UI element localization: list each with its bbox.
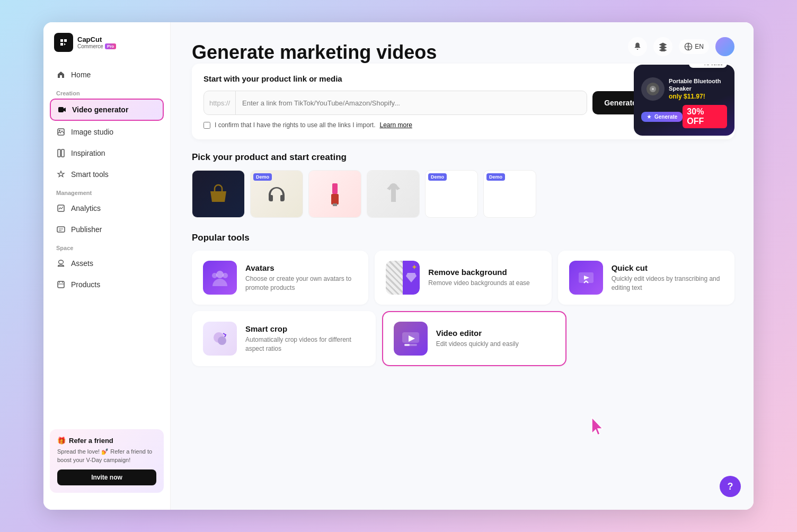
tools-grid: Avatars Choose or create your own avatar… xyxy=(192,251,734,366)
referral-card: 🎁 Refer a friend Spread the love! 💅 Refe… xyxy=(50,429,164,493)
tool-name-quick-cut: Quick cut xyxy=(612,263,723,272)
sidebar-item-assets[interactable]: Assets xyxy=(50,253,164,273)
rights-text: I confirm that I have the rights to use … xyxy=(215,121,375,129)
product-thumb-headphone[interactable]: Demo xyxy=(250,170,303,218)
pro-badge: Pro xyxy=(105,43,116,49)
product-thumb-empty2[interactable]: Demo xyxy=(483,170,536,218)
tool-card-remove-bg[interactable]: ✦ Remove background Remove video backgro… xyxy=(375,251,551,305)
ai-voice-wave: 〰〰 xyxy=(693,65,703,66)
logo-icon xyxy=(54,33,73,52)
svg-rect-11 xyxy=(333,203,337,206)
url-prefix: https:// xyxy=(204,91,236,114)
svg-rect-20 xyxy=(404,344,410,346)
svg-rect-7 xyxy=(58,281,64,288)
product-thumb-lipstick[interactable] xyxy=(308,170,361,218)
tools-section-title: Popular tools xyxy=(192,233,734,243)
tool-info-smart-crop: Smart crop Automatically crop videos for… xyxy=(245,324,365,353)
sidebar-item-smart-tools[interactable]: Smart tools xyxy=(50,164,164,184)
rights-checkbox[interactable] xyxy=(203,122,210,129)
tool-card-quick-cut[interactable]: Quick cut Quickly edit videos by transcr… xyxy=(558,251,734,305)
svg-point-2 xyxy=(59,130,60,131)
help-button[interactable]: ? xyxy=(720,476,741,497)
smart-tools-icon xyxy=(56,170,66,179)
inspiration-icon xyxy=(56,148,66,158)
referral-desc: Spread the love! 💅 Refer a friend to boo… xyxy=(57,448,156,464)
tool-name-smart-crop: Smart crop xyxy=(245,324,365,333)
tool-desc-smart-crop: Automatically crop videos for different … xyxy=(245,335,365,353)
language-label: EN xyxy=(695,43,704,50)
tool-card-smart-crop[interactable]: Smart crop Automatically crop videos for… xyxy=(192,311,376,366)
creation-section-label: Creation xyxy=(50,86,164,99)
layers-button[interactable] xyxy=(653,37,672,56)
sidebar-item-home[interactable]: Home xyxy=(50,65,164,85)
bell-icon xyxy=(633,42,642,51)
generate-chip[interactable]: Generate xyxy=(641,112,683,122)
products-icon xyxy=(56,280,66,289)
tool-card-avatars[interactable]: Avatars Choose or create your own avatar… xyxy=(192,251,368,305)
product-thumb-empty1[interactable]: Demo xyxy=(425,170,478,218)
tool-info-video-editor: Video editor Edit videos quickly and eas… xyxy=(436,329,555,349)
sidebar-item-image-studio[interactable]: Image studio xyxy=(50,122,164,142)
tool-icon-smart-crop xyxy=(203,322,237,356)
video-generator-icon xyxy=(57,105,67,114)
notification-button[interactable] xyxy=(628,37,647,56)
svg-point-17 xyxy=(218,336,226,345)
tools-spacer xyxy=(573,311,734,366)
promo-bottom: Generate 30% OFF xyxy=(641,105,727,128)
app-name: CapCut xyxy=(77,36,116,44)
product-thumb-fashion[interactable] xyxy=(367,170,420,218)
tool-icon-remove-bg: ✦ xyxy=(386,261,420,295)
management-section-label: Management xyxy=(50,185,164,198)
promo-product-icon xyxy=(641,77,665,101)
sidebar-item-video-generator[interactable]: Video generator xyxy=(50,99,164,121)
tool-desc-video-editor: Edit videos quickly and easily xyxy=(436,340,555,349)
tool-desc-remove-bg: Remove video backgrounds at ease xyxy=(428,279,540,288)
demo-badge-3: Demo xyxy=(486,173,505,181)
svg-rect-10 xyxy=(331,194,339,205)
generate-icon xyxy=(647,114,652,119)
tool-icon-avatars xyxy=(203,261,237,295)
tool-info-avatars: Avatars Choose or create your own avatar… xyxy=(245,263,357,292)
promo-text: Portable Bluetooth Speaker only $11.97! xyxy=(669,77,727,100)
promo-card: 〰〰 AI Voice Portable Bluetooth Speaker o… xyxy=(634,65,734,136)
publisher-icon xyxy=(56,225,66,234)
app-subname: Commerce Pro xyxy=(77,43,116,49)
promo-product-name: Portable Bluetooth Speaker xyxy=(669,77,727,93)
language-button[interactable]: EN xyxy=(679,39,709,54)
app-logo: CapCut Commerce Pro xyxy=(43,33,170,65)
product-thumb-bag[interactable] xyxy=(192,170,245,218)
tool-info-remove-bg: Remove background Remove video backgroun… xyxy=(428,268,540,288)
sidebar-nav: Home Creation Video generator Image stud… xyxy=(43,65,170,423)
svg-point-14 xyxy=(223,273,228,278)
layers-icon xyxy=(658,42,668,51)
image-studio-icon xyxy=(56,127,66,137)
assets-icon xyxy=(56,259,66,268)
ai-voice-bubble: 〰〰 AI Voice xyxy=(689,65,727,68)
space-section-label: Space xyxy=(50,241,164,253)
tool-name-avatars: Avatars xyxy=(245,263,357,272)
tool-name-remove-bg: Remove background xyxy=(428,268,540,277)
tools-row-2: Smart crop Automatically crop videos for… xyxy=(192,311,734,366)
logo-text: CapCut Commerce Pro xyxy=(77,36,116,50)
tool-desc-avatars: Choose or create your own avatars to pro… xyxy=(245,274,357,292)
sidebar-item-inspiration[interactable]: Inspiration xyxy=(50,143,164,163)
sidebar-item-publisher[interactable]: Publisher xyxy=(50,219,164,240)
sidebar: CapCut Commerce Pro Home Creation xyxy=(43,22,171,510)
url-input[interactable] xyxy=(236,91,587,114)
cursor-arrow xyxy=(589,415,605,438)
tool-card-video-editor[interactable]: Video editor Edit videos quickly and eas… xyxy=(382,311,567,366)
generate-chip-label: Generate xyxy=(654,114,677,120)
svg-rect-4 xyxy=(61,149,64,157)
learn-more-link[interactable]: Learn more xyxy=(379,121,412,129)
svg-rect-6 xyxy=(57,227,65,232)
referral-title: 🎁 Refer a friend xyxy=(57,437,156,445)
products-row: Demo Demo Demo xyxy=(192,170,734,218)
svg-point-12 xyxy=(216,271,224,278)
user-avatar[interactable] xyxy=(715,37,734,56)
promo-discount: 30% OFF xyxy=(683,105,727,128)
demo-badge: Demo xyxy=(253,173,272,181)
invite-now-button[interactable]: Invite now xyxy=(57,469,156,485)
sidebar-item-analytics[interactable]: Analytics xyxy=(50,198,164,218)
tool-name-video-editor: Video editor xyxy=(436,329,555,338)
sidebar-item-products[interactable]: Products xyxy=(50,274,164,295)
